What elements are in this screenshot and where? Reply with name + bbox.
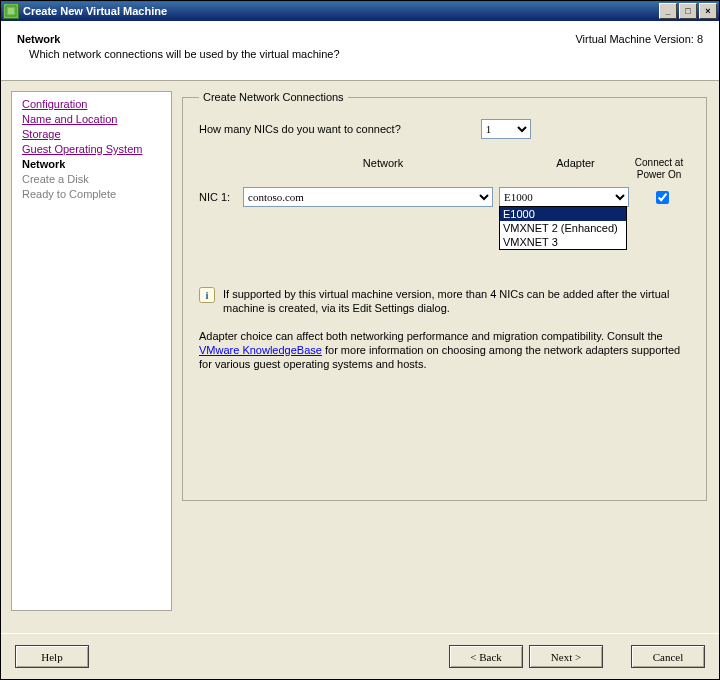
step-storage[interactable]: Storage [22, 128, 161, 140]
wizard-footer: Help < Back Next > Cancel [1, 633, 719, 679]
cancel-button[interactable]: Cancel [631, 645, 705, 668]
nic-count-label: How many NICs do you want to connect? [199, 123, 401, 135]
col-header-adapter: Adapter [523, 157, 628, 181]
wizard-main: Create Network Connections How many NICs… [180, 91, 709, 611]
wizard-header: Network Which network connections will b… [1, 21, 719, 81]
window-title: Create New Virtual Machine [23, 5, 657, 17]
nic1-network-select[interactable]: contoso.com [243, 187, 493, 207]
help-button[interactable]: Help [15, 645, 89, 668]
svg-rect-1 [8, 8, 14, 14]
step-ready: Ready to Complete [22, 188, 161, 200]
col-header-poweron: Connect at Power On [628, 157, 690, 181]
adapter-advice: Adapter choice can affect both networkin… [199, 329, 690, 371]
step-guest-os[interactable]: Guest Operating System [22, 143, 161, 155]
minimize-button[interactable]: _ [659, 3, 677, 19]
wizard-window: Create New Virtual Machine _ □ × Network… [0, 0, 720, 680]
nic1-adapter-select[interactable]: E1000 [499, 187, 629, 207]
adapter-dropdown-list: E1000 VMXNET 2 (Enhanced) VMXNET 3 [499, 206, 627, 250]
step-configuration[interactable]: Configuration [22, 98, 161, 110]
nic1-label: NIC 1: [199, 191, 243, 203]
network-connections-group: Create Network Connections How many NICs… [182, 91, 707, 501]
info-icon: i [199, 287, 215, 303]
nic1-poweron-checkbox[interactable] [656, 191, 669, 204]
next-button[interactable]: Next > [529, 645, 603, 668]
nic-count-select[interactable]: 1 [481, 119, 531, 139]
close-button[interactable]: × [699, 3, 717, 19]
page-title: Network [17, 33, 575, 45]
window-buttons: _ □ × [657, 3, 717, 19]
kb-link[interactable]: VMware KnowledgeBase [199, 344, 322, 356]
step-network: Network [22, 158, 161, 170]
step-create-disk: Create a Disk [22, 173, 161, 185]
wizard-body: Configuration Name and Location Storage … [1, 81, 719, 621]
page-subtitle: Which network connections will be used b… [29, 48, 575, 60]
svg-text:i: i [205, 289, 208, 301]
step-name-location[interactable]: Name and Location [22, 113, 161, 125]
adapter-option-e1000[interactable]: E1000 [500, 207, 626, 221]
group-legend: Create Network Connections [199, 91, 348, 103]
maximize-button[interactable]: □ [679, 3, 697, 19]
info-text: If supported by this virtual machine ver… [223, 287, 690, 315]
back-button[interactable]: < Back [449, 645, 523, 668]
adapter-option-vmxnet3[interactable]: VMXNET 3 [500, 235, 626, 249]
titlebar: Create New Virtual Machine _ □ × [1, 1, 719, 21]
col-header-network: Network [243, 157, 523, 181]
wizard-steps-sidebar: Configuration Name and Location Storage … [11, 91, 172, 611]
adapter-option-vmxnet2[interactable]: VMXNET 2 (Enhanced) [500, 221, 626, 235]
vm-version-label: Virtual Machine Version: 8 [575, 33, 703, 45]
app-icon [3, 3, 19, 19]
